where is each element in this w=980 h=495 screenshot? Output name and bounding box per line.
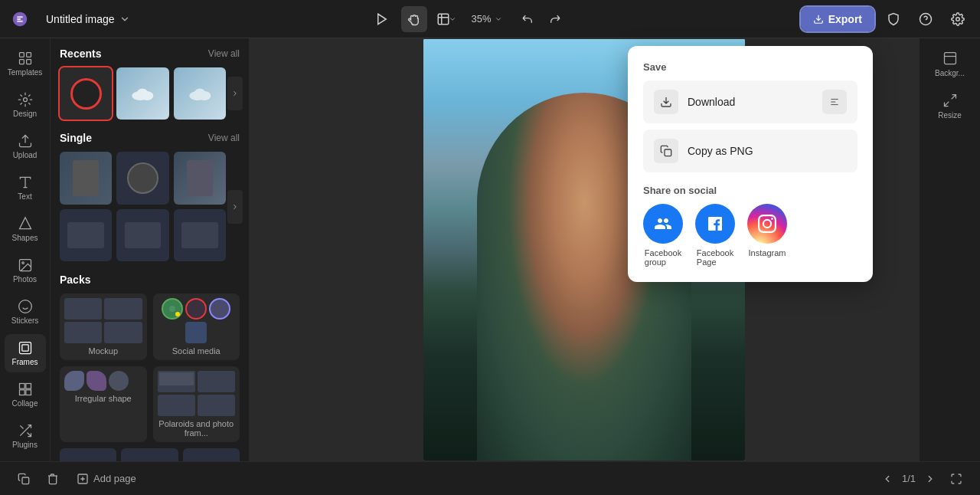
instagram-label: Instagram [749, 248, 786, 257]
share-section-title: Share on social [643, 185, 858, 196]
export-dropdown: Save Download Copy as PNG Share on socia… [628, 46, 873, 282]
fb-page-label: Facebook Page [697, 248, 733, 267]
share-on-social: Share on social Facebook group [643, 185, 858, 267]
share-fb-group[interactable]: Facebook group [643, 204, 683, 267]
svg-rect-30 [665, 149, 671, 156]
fb-group-label: Facebook group [645, 248, 681, 267]
instagram-icon [747, 204, 787, 244]
download-settings-icon[interactable] [822, 90, 847, 114]
download-label: Download [688, 96, 735, 108]
copy-as-png-label: Copy as PNG [688, 145, 753, 157]
copy-as-png-button[interactable]: Copy as PNG [643, 129, 858, 172]
fb-group-icon [643, 204, 683, 244]
social-icons-row: Facebook group Facebook Page [643, 204, 858, 267]
share-instagram[interactable]: Instagram [747, 204, 787, 267]
save-section-title: Save [643, 61, 858, 73]
share-fb-page[interactable]: Facebook Page [695, 204, 735, 267]
copy-icon [654, 139, 678, 163]
download-button[interactable]: Download [643, 80, 858, 123]
fb-page-icon [695, 204, 735, 244]
download-icon [654, 90, 678, 114]
